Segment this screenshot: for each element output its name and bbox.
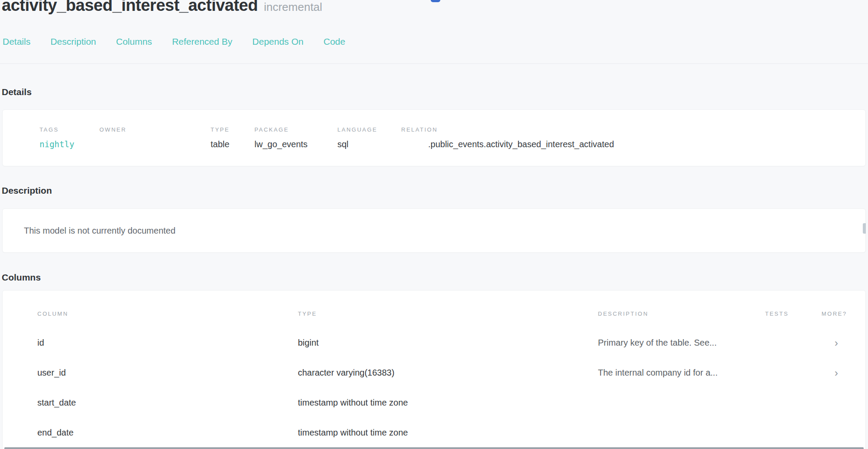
column-description: Primary key of the table. See...	[598, 338, 765, 348]
field-owner: OWNER	[99, 126, 211, 166]
tags-label: TAGS	[40, 126, 99, 133]
type-label: TYPE	[211, 126, 254, 133]
details-card: TAGS nightly OWNER TYPE table PACKAGE lw…	[2, 109, 866, 166]
column-description: The internal company id for a...	[598, 368, 765, 378]
column-name: id	[37, 338, 298, 348]
column-type: bigint	[298, 338, 598, 348]
clipped-top-element	[431, 0, 440, 2]
nav-link-columns[interactable]: Columns	[116, 36, 152, 47]
dbt-docs-model-page: activity_based_interest_activated increm…	[0, 0, 868, 449]
chevron-right-icon[interactable]: ›	[822, 339, 851, 347]
description-section-heading: Description	[2, 185, 52, 196]
field-language: LANGUAGE sql	[337, 126, 401, 166]
materialization-badge: incremental	[264, 0, 322, 14]
table-row-start-date[interactable]: start_date timestamp without time zone	[3, 388, 865, 418]
field-package: PACKAGE lw_go_events	[254, 126, 337, 166]
clipped-bottom-element	[4, 447, 864, 449]
nav-link-code[interactable]: Code	[323, 36, 345, 47]
page-header: activity_based_interest_activated increm…	[2, 0, 322, 15]
field-tags: TAGS nightly	[40, 126, 99, 166]
description-card: This model is not currently documented	[2, 208, 866, 253]
description-text: This model is not currently documented	[24, 226, 175, 236]
columns-section-heading: Columns	[2, 272, 41, 283]
chevron-right-icon[interactable]: ›	[822, 369, 851, 377]
column-type: character varying(16383)	[298, 368, 598, 378]
nav-link-referenced-by[interactable]: Referenced By	[172, 36, 232, 47]
field-relation: RELATION .public_events.activity_based_i…	[401, 126, 865, 166]
header-description: DESCRIPTION	[598, 310, 765, 317]
columns-table-body: id bigint Primary key of the table. See.…	[3, 328, 865, 448]
field-type: TYPE table	[211, 126, 254, 166]
columns-card: COLUMN TYPE DESCRIPTION TESTS MORE? id b…	[2, 290, 866, 449]
nav-link-description[interactable]: Description	[50, 36, 96, 47]
header-type: TYPE	[298, 310, 598, 317]
header-more: MORE?	[822, 310, 851, 317]
column-name: start_date	[37, 398, 298, 408]
relation-label: RELATION	[401, 126, 865, 133]
nav-link-details[interactable]: Details	[3, 36, 30, 47]
language-label: LANGUAGE	[337, 126, 401, 133]
nav-link-depends-on[interactable]: Depends On	[252, 36, 304, 47]
package-label: PACKAGE	[254, 126, 337, 133]
owner-label: OWNER	[99, 126, 211, 133]
columns-table-header: COLUMN TYPE DESCRIPTION TESTS MORE?	[3, 291, 865, 317]
header-column: COLUMN	[37, 310, 298, 317]
header-tests: TESTS	[765, 310, 822, 317]
header-divider	[0, 63, 868, 64]
package-value: lw_go_events	[254, 139, 337, 149]
clipped-right-element	[863, 223, 866, 234]
table-row-user-id[interactable]: user_id character varying(16383) The int…	[3, 358, 865, 388]
column-type: timestamp without time zone	[298, 428, 598, 438]
anchor-nav: Details Description Columns Referenced B…	[3, 36, 365, 47]
table-row-end-date[interactable]: end_date timestamp without time zone	[3, 418, 865, 448]
page-title: activity_based_interest_activated	[2, 0, 258, 15]
column-type: timestamp without time zone	[298, 398, 598, 408]
table-row-id[interactable]: id bigint Primary key of the table. See.…	[3, 328, 865, 358]
relation-value: .public_events.activity_based_interest_a…	[401, 139, 865, 149]
details-section-heading: Details	[2, 87, 32, 97]
tag-nightly[interactable]: nightly	[40, 139, 99, 149]
type-value: table	[211, 139, 254, 149]
column-name: end_date	[37, 428, 298, 438]
language-value: sql	[337, 139, 401, 149]
column-name: user_id	[37, 368, 298, 378]
